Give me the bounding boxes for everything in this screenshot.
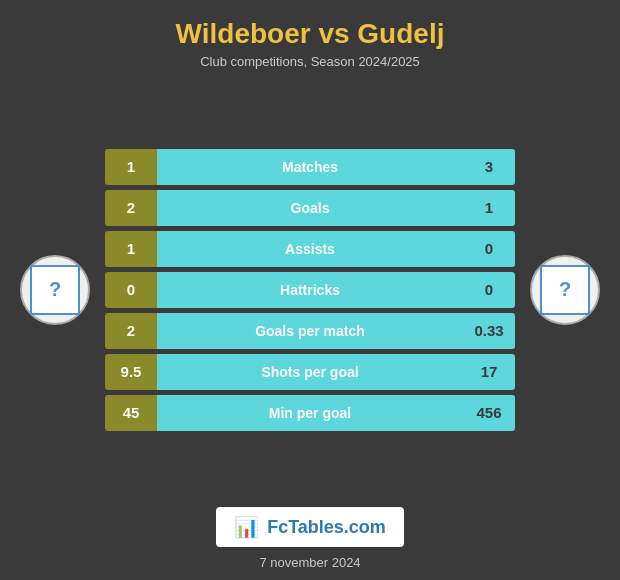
stat-label: Assists: [157, 231, 463, 267]
stat-left-value: 1: [105, 231, 157, 267]
table-row: 45Min per goal456: [105, 395, 515, 431]
stat-left-value: 9.5: [105, 354, 157, 390]
stat-left-value: 45: [105, 395, 157, 431]
right-player-avatar: ?: [520, 255, 610, 325]
stat-left-value: 1: [105, 149, 157, 185]
stat-left-value: 2: [105, 313, 157, 349]
stat-right-value: 1: [463, 190, 515, 226]
stats-table: 1Matches32Goals11Assists00Hattricks02Goa…: [100, 149, 520, 431]
main-content: ? 1Matches32Goals11Assists00Hattricks02G…: [0, 77, 620, 492]
left-player-avatar: ?: [10, 255, 100, 325]
stat-right-value: 0: [463, 231, 515, 267]
stat-label: Min per goal: [157, 395, 463, 431]
stat-left-value: 0: [105, 272, 157, 308]
stat-label: Matches: [157, 149, 463, 185]
logo-text: FcTables.com: [267, 517, 386, 538]
table-row: 9.5Shots per goal17: [105, 354, 515, 390]
date-label: 7 november 2024: [0, 555, 620, 570]
stat-right-value: 0.33: [463, 313, 515, 349]
stat-label: Goals per match: [157, 313, 463, 349]
page-subtitle: Club competitions, Season 2024/2025: [176, 54, 445, 69]
page-title: Wildeboer vs Gudelj: [176, 18, 445, 50]
page-header: Wildeboer vs Gudelj Club competitions, S…: [156, 0, 465, 77]
stat-right-value: 17: [463, 354, 515, 390]
table-row: 2Goals1: [105, 190, 515, 226]
stat-label: Shots per goal: [157, 354, 463, 390]
stat-label: Hattricks: [157, 272, 463, 308]
table-row: 1Assists0: [105, 231, 515, 267]
logo-icon: 📊: [234, 515, 259, 539]
stat-right-value: 456: [463, 395, 515, 431]
page-footer: 📊 FcTables.com 7 november 2024: [0, 492, 620, 580]
table-row: 2Goals per match0.33: [105, 313, 515, 349]
right-avatar-circle: ?: [530, 255, 600, 325]
left-avatar-placeholder: ?: [30, 265, 80, 315]
stat-right-value: 0: [463, 272, 515, 308]
fctables-logo: 📊 FcTables.com: [216, 507, 404, 547]
left-avatar-circle: ?: [20, 255, 90, 325]
table-row: 1Matches3: [105, 149, 515, 185]
right-avatar-placeholder: ?: [540, 265, 590, 315]
stat-left-value: 2: [105, 190, 157, 226]
stat-label: Goals: [157, 190, 463, 226]
table-row: 0Hattricks0: [105, 272, 515, 308]
stat-right-value: 3: [463, 149, 515, 185]
